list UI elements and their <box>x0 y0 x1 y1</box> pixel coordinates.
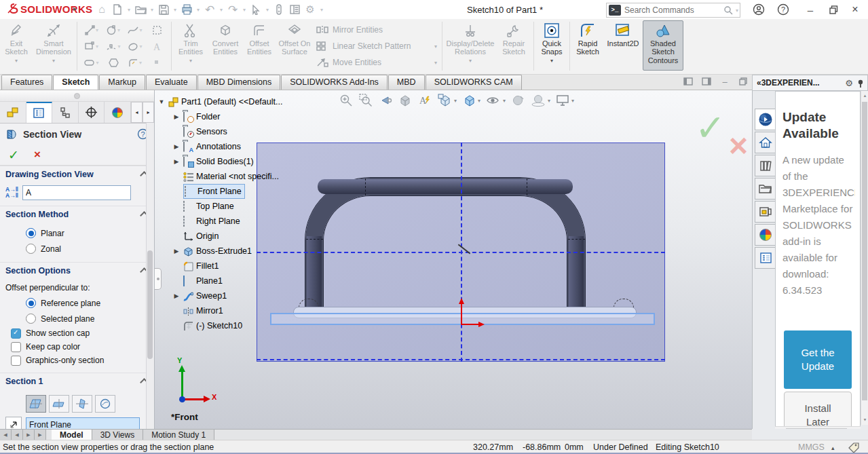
view-orientation-icon[interactable]: ▾ <box>438 94 457 107</box>
rapid-sketch-button[interactable]: Rapid Sketch <box>572 20 603 71</box>
last-tab-button[interactable]: ▶ <box>35 430 46 440</box>
search-icon[interactable] <box>723 5 733 15</box>
section-method-header[interactable]: Section Method <box>0 206 154 223</box>
slot-tool-icon[interactable]: ▾ <box>81 54 102 71</box>
trim-entities-caret[interactable]: ▾ <box>189 58 192 64</box>
zoom-to-area-icon[interactable] <box>359 94 373 107</box>
viewport-restore-icon[interactable] <box>738 77 748 86</box>
tab-solidworks-add-ins[interactable]: SOLIDWORKS Add-Ins <box>281 75 388 90</box>
tree-collapse-icon[interactable]: ▼ <box>157 98 166 105</box>
restore-button[interactable] <box>827 3 840 16</box>
zoom-to-fit-icon[interactable] <box>339 94 353 107</box>
tab-sketch[interactable]: Sketch <box>53 75 98 90</box>
zonal-radio-row[interactable]: Zonal <box>5 241 149 257</box>
tree-item-material[interactable]: Material <not specifi... <box>157 169 282 184</box>
minimize-button[interactable]: – <box>804 3 817 16</box>
tree-item-origin[interactable]: Origin <box>157 229 282 244</box>
toggle-pill-icon[interactable] <box>272 3 286 16</box>
print-icon[interactable] <box>180 3 193 16</box>
redo-caret[interactable]: ▾ <box>242 7 247 13</box>
custom-properties-tab[interactable] <box>755 247 776 269</box>
ellipse-tool-icon[interactable]: ▾ <box>124 38 146 54</box>
tree-item-right-plane[interactable]: Right Plane <box>157 214 282 229</box>
exit-sketch-caret[interactable]: ▾ <box>15 58 18 64</box>
quick-snaps-caret[interactable]: ▾ <box>550 58 553 64</box>
tree-item-fillet1[interactable]: Fillet1 <box>157 259 282 273</box>
selected-plane-section-button[interactable] <box>95 395 115 413</box>
appearances-tab[interactable] <box>755 224 776 246</box>
previous-view-icon[interactable] <box>379 94 392 107</box>
tree-item-sensors[interactable]: Sensors <box>157 124 282 139</box>
cancel-x-button[interactable]: × <box>34 148 41 162</box>
tree-item-solid-bodies[interactable]: ▶ Solid Bodies(1) <box>157 154 282 169</box>
tree-item-sweep1[interactable]: ▶ Sweep1 <box>157 288 282 303</box>
panel-flyout-handle[interactable] <box>155 268 162 290</box>
offset-on-surface-button[interactable]: Offset On Surface <box>276 20 314 71</box>
3dexperience-tab[interactable] <box>755 109 776 130</box>
display-delete-relations-button[interactable]: Display/Delete Relations ▾ <box>445 20 496 71</box>
display-style-caret[interactable]: ▾ <box>478 98 480 104</box>
view-settings-icon[interactable]: ▾ <box>556 94 574 107</box>
options-gear-icon[interactable]: ⚙ <box>303 3 317 16</box>
reverse-direction-button[interactable] <box>5 417 22 429</box>
tree-expand-icon[interactable]: ▶ <box>172 143 181 150</box>
zonal-radio[interactable] <box>26 244 36 254</box>
tree-item-annotations[interactable]: ▶ A Annotations <box>157 139 282 154</box>
reference-plane-radio[interactable] <box>26 298 36 308</box>
tab-scroll-right[interactable]: ▸ <box>143 102 154 123</box>
display-style-icon[interactable]: ▾ <box>463 94 480 107</box>
shaded-sketch-contours-button[interactable]: Shaded Sketch Contours <box>643 20 683 71</box>
section1-header[interactable]: Section 1 <box>0 373 154 390</box>
show-section-cap-checkbox[interactable] <box>11 328 21 339</box>
tree-item-top-plane[interactable]: Top Plane <box>157 199 282 214</box>
instant2d-button[interactable]: Instant2D <box>603 20 643 71</box>
tab-features[interactable]: Features <box>1 75 52 90</box>
tree-expand-icon[interactable]: ▶ <box>172 158 181 165</box>
tree-expand-icon[interactable]: ▶ <box>172 292 181 299</box>
fillet-tool-icon[interactable]: ▾ <box>124 54 146 71</box>
keep-cap-color-row[interactable]: Keep cap color <box>5 340 149 354</box>
line-tool-icon[interactable]: ▾ <box>81 22 102 38</box>
polygon-tool-icon[interactable] <box>102 54 124 71</box>
quick-snaps-button[interactable]: Quick Snaps ▾ <box>536 20 567 71</box>
help-icon[interactable]: ? <box>776 3 790 16</box>
file-explorer-tab[interactable] <box>755 178 776 200</box>
hide-show-items-icon[interactable]: ▾ <box>487 95 506 106</box>
tree-item-mirror1[interactable]: Mirror1 <box>157 303 282 318</box>
tag-icon[interactable] <box>848 442 859 453</box>
apply-scene-caret[interactable]: ▾ <box>548 98 550 104</box>
new-document-icon[interactable] <box>111 3 124 16</box>
model-handle-body[interactable] <box>305 178 585 311</box>
get-update-button[interactable]: Get the Update <box>784 330 852 389</box>
top-plane-section-button[interactable] <box>49 395 69 413</box>
confirmation-corner-ok-icon[interactable]: ✓ <box>695 109 725 146</box>
tree-item-folder[interactable]: ▶ Folder <box>157 109 282 124</box>
tree-item-sketch10[interactable]: (-) Sketch10 <box>157 318 282 333</box>
linear-sketch-pattern-button[interactable]: Linear Sketch Pattern ▾ <box>316 39 437 53</box>
scroll-up-arrow[interactable]: ▴ <box>861 91 868 100</box>
task-pane-gear-icon[interactable]: ⚙ <box>845 78 853 88</box>
reference-plane-radio-row[interactable]: Reference plane <box>5 295 149 311</box>
search-caret[interactable]: ▾ <box>734 7 740 14</box>
ok-check-button[interactable]: ✓ <box>8 147 19 163</box>
first-tab-button[interactable]: ◀ <box>0 430 12 440</box>
scroll-down-arrow[interactable]: ▴ <box>861 415 868 425</box>
confirmation-corner-cancel-icon[interactable]: × <box>729 130 748 162</box>
open-document-icon[interactable] <box>134 3 147 16</box>
arc-tool-icon[interactable]: ▾ <box>102 38 124 54</box>
tab-solidworks-cam[interactable]: SOLIDWORKS CAM <box>426 75 522 90</box>
units-selector[interactable]: MMGS <box>798 442 825 452</box>
undo-icon[interactable]: ↶ <box>203 3 216 16</box>
graphics-viewport[interactable]: ▼ Part1 (Default) <<Default... ▶ Folder … <box>155 90 752 429</box>
close-button[interactable]: × <box>848 3 862 16</box>
tree-item-boss-extrude1[interactable]: ▶ Boss-Extrude1 <box>157 244 282 259</box>
select-caret[interactable]: ▾ <box>265 7 270 13</box>
repair-sketch-button[interactable]: Repair Sketch <box>496 20 531 71</box>
text-tool-icon[interactable]: A <box>146 38 168 54</box>
offset-entities-button[interactable]: Offset Entities <box>243 20 276 71</box>
selected-tree-item[interactable]: Front Plane <box>183 184 245 199</box>
options-caret[interactable]: ▾ <box>319 7 324 13</box>
rectangle-tool-icon[interactable]: ▾ <box>81 38 102 54</box>
annotation-visibility-icon[interactable]: A <box>418 94 432 107</box>
front-plane-section-button[interactable] <box>26 395 46 413</box>
